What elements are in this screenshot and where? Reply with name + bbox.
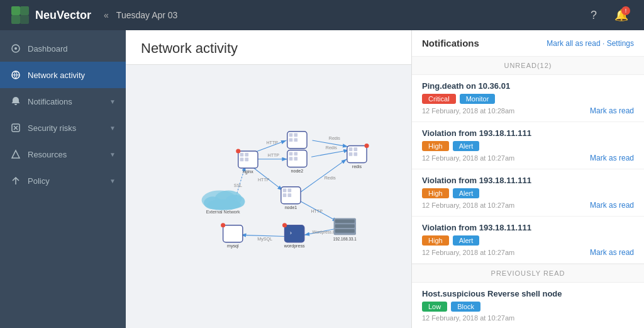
mysql-label: mysql bbox=[227, 244, 239, 249]
logo-icon bbox=[10, 5, 30, 25]
node2-label: node2 bbox=[291, 169, 304, 174]
svg-rect-0 bbox=[11, 6, 20, 15]
notif-item-2-title: Violation from 193.18.11.111 bbox=[422, 176, 634, 185]
policy-icon bbox=[10, 175, 21, 186]
edge-label-nginx-node2: HTTP bbox=[268, 153, 280, 158]
notif-item-0-meta: 12 February, 2018 at 10:28am Mark as rea… bbox=[422, 106, 634, 115]
notification-title: Notifications bbox=[422, 38, 479, 48]
logo: NeuVector bbox=[10, 5, 91, 25]
sidebar-item-policy[interactable]: Policy ▼ bbox=[0, 167, 126, 194]
notif-item-0-time: 12 February, 2018 at 10:28am bbox=[422, 107, 514, 115]
node-server[interactable]: 192.168.33.1 bbox=[333, 218, 357, 240]
notif-item-1-meta: 12 February, 2018 at 10:27am Mark as rea… bbox=[422, 154, 634, 162]
svg-rect-49 bbox=[335, 229, 355, 233]
network-diagram: HTTP HTTP Redis Redis HTTP Redis HTTP bbox=[126, 65, 411, 325]
sidebar-item-notifications[interactable]: Notifications ▼ bbox=[0, 88, 126, 115]
notif-item-read-0-tags: Low Block bbox=[422, 302, 634, 312]
edge-label-nginx-node1: HTTP bbox=[258, 178, 270, 183]
edge-label-node1-redis: Redis bbox=[325, 176, 336, 181]
sidebar-item-resources-label: Resources bbox=[28, 150, 103, 159]
notif-item-2-mark-read[interactable]: Mark as read bbox=[590, 201, 634, 210]
previously-read-section-label: PREVIOUSLY READ bbox=[412, 264, 644, 283]
svg-rect-45 bbox=[288, 193, 292, 197]
tag-alert-3: Alert bbox=[453, 235, 480, 246]
svg-rect-29 bbox=[294, 138, 297, 142]
resources-arrow: ▼ bbox=[109, 151, 116, 158]
notif-item-2-time: 12 February, 2018 at 10:27am bbox=[422, 201, 514, 209]
svg-rect-42 bbox=[283, 189, 287, 193]
notif-item-read-0: Host.suspicious Reverse shell node Low B… bbox=[412, 283, 644, 328]
svg-point-51 bbox=[221, 223, 225, 227]
svg-rect-44 bbox=[283, 193, 287, 197]
redis-label: redis bbox=[352, 164, 362, 169]
svg-rect-26 bbox=[289, 133, 293, 137]
notifications-icon bbox=[10, 96, 21, 107]
edge-node2-redis bbox=[311, 150, 349, 157]
notif-item-3-meta: 12 February, 2018 at 10:27am Mark as rea… bbox=[422, 248, 634, 257]
notif-item-read-0-title: Host.suspicious Reverse shell node bbox=[422, 289, 634, 298]
svg-text:›: › bbox=[290, 229, 292, 236]
notification-badge: ! bbox=[621, 6, 630, 15]
sidebar-item-dashboard[interactable]: Dashboard bbox=[0, 35, 126, 62]
svg-rect-36 bbox=[349, 147, 353, 151]
node-mysql[interactable]: mysql bbox=[221, 223, 243, 249]
svg-rect-33 bbox=[289, 157, 293, 161]
svg-rect-31 bbox=[289, 152, 293, 156]
svg-rect-21 bbox=[245, 153, 248, 157]
svg-rect-32 bbox=[294, 152, 297, 156]
svg-marker-11 bbox=[12, 150, 19, 158]
svg-rect-1 bbox=[20, 6, 29, 15]
svg-rect-38 bbox=[349, 152, 353, 156]
svg-rect-22 bbox=[240, 158, 244, 162]
dashboard-icon bbox=[10, 43, 21, 54]
notifications-button[interactable]: 🔔 ! bbox=[609, 3, 634, 28]
wordpress-label: wordpress bbox=[284, 244, 305, 249]
tag-high-1: High bbox=[422, 141, 449, 151]
notification-actions[interactable]: Mark all as read · Settings bbox=[547, 39, 634, 48]
notif-item-1: Violation from 193.18.11.111 High Alert … bbox=[412, 122, 644, 169]
nav-arrows[interactable]: « bbox=[104, 10, 109, 20]
header-actions: ? 🔔 ! bbox=[581, 3, 634, 28]
svg-rect-20 bbox=[240, 153, 244, 157]
svg-rect-34 bbox=[294, 157, 297, 161]
svg-rect-37 bbox=[353, 147, 357, 151]
notification-header: Notifications Mark all as read · Setting… bbox=[412, 30, 644, 57]
svg-point-40 bbox=[365, 144, 369, 148]
node-redis[interactable]: redis bbox=[347, 144, 369, 169]
tag-block-read0: Block bbox=[451, 302, 480, 312]
svg-rect-43 bbox=[288, 189, 292, 193]
tag-critical-0: Critical bbox=[422, 94, 456, 104]
notif-item-1-tags: High Alert bbox=[422, 141, 634, 151]
node-wordpress[interactable]: › wordpress bbox=[282, 223, 305, 249]
sidebar-item-dashboard-label: Dashboard bbox=[28, 44, 116, 54]
edge-label-nginx-node3: HTTP bbox=[266, 140, 278, 145]
sidebar-item-network-activity-label: Network activity bbox=[28, 71, 116, 80]
edge-label-wordpress-mysql: MySQL bbox=[257, 237, 272, 242]
notif-item-1-mark-read[interactable]: Mark as read bbox=[590, 154, 634, 162]
notif-item-2-meta: 12 February, 2018 at 10:27am Mark as rea… bbox=[422, 201, 634, 210]
help-button[interactable]: ? bbox=[581, 3, 606, 28]
policy-arrow: ▼ bbox=[109, 178, 116, 184]
sidebar: Dashboard Network activity Notifications… bbox=[0, 30, 126, 328]
notif-item-3-mark-read[interactable]: Mark as read bbox=[590, 248, 634, 257]
sidebar-item-resources[interactable]: Resources ▼ bbox=[0, 141, 126, 167]
notif-item-0-tags: Critical Monitor bbox=[422, 94, 634, 104]
sidebar-item-network-activity[interactable]: Network activity bbox=[0, 62, 126, 88]
edge-label-external-nginx: SSL bbox=[234, 183, 242, 188]
svg-rect-47 bbox=[335, 220, 355, 223]
notif-item-0-title: Ping.death on 10.36.01 bbox=[422, 81, 634, 91]
main-content: Network activity HTTP HTTP Redis bbox=[126, 30, 411, 328]
notif-item-1-title: Violation from 193.18.11.111 bbox=[422, 128, 634, 138]
notif-item-0: Ping.death on 10.36.01 Critical Monitor … bbox=[412, 75, 644, 122]
svg-rect-39 bbox=[353, 152, 357, 156]
node-nginx[interactable]: nginx bbox=[236, 149, 258, 174]
tag-alert-1: Alert bbox=[453, 141, 480, 151]
node-node1[interactable]: node1 bbox=[281, 187, 301, 210]
tag-low-read0: Low bbox=[422, 302, 447, 312]
external-network-label: External Network bbox=[206, 210, 240, 215]
svg-point-24 bbox=[236, 149, 240, 153]
node-node2[interactable]: node2 bbox=[287, 150, 307, 174]
notif-item-0-mark-read[interactable]: Mark as read bbox=[590, 106, 634, 115]
notif-item-3: Violation from 193.18.11.111 High Alert … bbox=[412, 217, 644, 264]
sidebar-item-security-risks[interactable]: Security risks ▼ bbox=[0, 115, 126, 141]
